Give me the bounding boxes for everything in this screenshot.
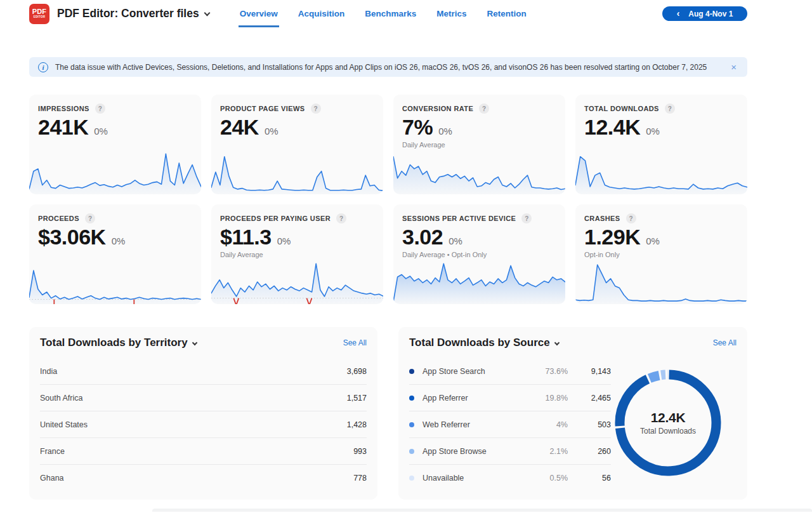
sparkline-chart: [393, 257, 565, 304]
tab-retention[interactable]: Retention: [487, 0, 527, 27]
metric-delta: 0%: [646, 236, 660, 246]
help-icon[interactable]: ?: [311, 103, 321, 114]
bottom-panels: Total Downloads by Territory See All Ind…: [29, 327, 747, 500]
territory-value: 993: [353, 447, 367, 456]
metric-delta: 0%: [94, 126, 108, 137]
legend-dot: [409, 476, 414, 481]
date-range-picker[interactable]: ‹ Aug 4-Nov 1: [662, 6, 747, 21]
metric-label: TOTAL DOWNLOADS: [584, 105, 659, 112]
legend-dot: [409, 449, 414, 454]
app-title-dropdown[interactable]: PDF Editor: Converter files: [57, 7, 209, 20]
metric-value: 12.4K: [584, 115, 640, 140]
sparkline-chart: [575, 147, 747, 194]
card-total-downloads[interactable]: TOTAL DOWNLOADS? 12.4K0%: [575, 95, 747, 194]
top-header: PDF EDITOR PDF Editor: Converter files O…: [0, 0, 812, 27]
source-percent: 0.5%: [531, 474, 568, 483]
date-range-label: Aug 4-Nov 1: [688, 10, 733, 18]
territory-value: 3,698: [347, 367, 367, 376]
metric-label: CONVERSION RATE: [402, 105, 473, 112]
source-percent: 2.1%: [531, 447, 568, 456]
chevron-down-icon: [192, 340, 197, 345]
sparkline-chart: [29, 147, 201, 194]
sparkline-chart: [393, 147, 565, 194]
territory-panel-title-dropdown[interactable]: Total Downloads by Territory: [40, 336, 197, 349]
tab-acquisition[interactable]: Acquisition: [298, 0, 345, 27]
tab-benchmarks[interactable]: Benchmarks: [365, 0, 416, 27]
help-icon[interactable]: ?: [85, 213, 95, 223]
metric-value: 241K: [38, 115, 88, 140]
legend-dot: [409, 396, 414, 401]
territory-value: 1,428: [347, 420, 367, 429]
source-rows: App Store Search73.6%9,143 App Referrer1…: [409, 358, 611, 491]
metric-delta: 0%: [438, 126, 452, 137]
source-percent: 73.6%: [531, 367, 568, 376]
territory-name: India: [40, 367, 57, 376]
tab-overview[interactable]: Overview: [240, 0, 278, 27]
metric-label: PROCEEDS PER PAYING USER: [220, 215, 331, 222]
territory-name: Ghana: [40, 474, 64, 483]
card-crashes[interactable]: CRASHES? 1.29K0% Opt-in Only: [575, 204, 747, 304]
panel-title: Total Downloads by Territory: [40, 336, 188, 349]
panel-title: Total Downloads by Source: [409, 336, 550, 349]
source-panel-title-dropdown[interactable]: Total Downloads by Source: [409, 336, 559, 349]
see-all-link[interactable]: See All: [343, 338, 367, 347]
source-name: App Referrer: [422, 394, 468, 403]
source-name: Unavailable: [422, 474, 464, 483]
chevron-left-icon[interactable]: ‹: [677, 8, 680, 18]
source-value: 503: [568, 420, 611, 429]
metric-delta: 0%: [112, 236, 126, 246]
card-impressions[interactable]: IMPRESSIONS? 241K0%: [29, 95, 201, 194]
table-row: App Store Browse2.1%260: [409, 438, 611, 465]
table-row: India3,698: [40, 358, 367, 385]
metric-value: 7%: [402, 115, 433, 140]
table-row: Ghana778: [40, 465, 367, 491]
table-row: Web Referrer4%503: [409, 411, 611, 438]
table-row: South Africa1,517: [40, 385, 367, 411]
table-row: United States1,428: [40, 411, 367, 438]
help-icon[interactable]: ?: [95, 103, 105, 114]
sparkline-chart: [211, 147, 383, 194]
help-icon[interactable]: ?: [665, 103, 675, 114]
app-title: PDF Editor: Converter files: [57, 7, 199, 20]
sparkline-chart: [211, 257, 383, 304]
tab-metrics[interactable]: Metrics: [436, 0, 466, 27]
card-conversion-rate[interactable]: CONVERSION RATE? 7%0% Daily Average: [393, 95, 565, 194]
source-value: 260: [568, 447, 611, 456]
legend-dot: [409, 422, 414, 427]
card-proceeds-per-paying-user[interactable]: PROCEEDS PER PAYING USER? $11.30% Daily …: [211, 204, 383, 304]
source-value: 9,143: [568, 367, 611, 376]
card-sessions-per-active-device[interactable]: SESSIONS PER ACTIVE DEVICE? 3.020% Daily…: [393, 204, 565, 304]
source-value: 56: [568, 474, 611, 483]
table-row: Unavailable0.5%56: [409, 465, 611, 491]
metric-label: PROCEEDS: [38, 215, 79, 222]
territory-name: United States: [40, 420, 88, 429]
source-percent: 4%: [531, 420, 568, 429]
sparkline-chart: [575, 257, 747, 304]
territory-value: 1,517: [347, 394, 367, 403]
app-icon-subtext: EDITOR: [34, 16, 46, 19]
table-row: France993: [40, 438, 367, 465]
source-percent: 19.8%: [531, 394, 568, 403]
help-icon[interactable]: ?: [479, 103, 489, 114]
chevron-down-icon: [204, 10, 210, 17]
help-icon[interactable]: ?: [336, 213, 346, 223]
card-proceeds[interactable]: PROCEEDS? $3.06K0%: [29, 204, 201, 304]
metric-cards-row-2: PROCEEDS? $3.06K0% PROCEEDS PER PAYING U…: [29, 204, 747, 304]
metric-cards-row-1: IMPRESSIONS? 241K0% PRODUCT PAGE VIEWS? …: [29, 95, 747, 194]
metric-delta: 0%: [646, 126, 660, 137]
card-product-page-views[interactable]: PRODUCT PAGE VIEWS? 24K0%: [211, 95, 383, 194]
help-icon[interactable]: ?: [626, 213, 636, 223]
source-name: App Store Search: [422, 367, 485, 376]
legend-dot: [409, 369, 414, 374]
info-icon: i: [38, 62, 48, 72]
metric-delta: 0%: [449, 236, 462, 246]
source-value: 2,465: [568, 394, 611, 403]
close-icon[interactable]: ×: [729, 62, 738, 72]
downloads-donut-chart: 12.4K Total Downloads: [611, 366, 725, 480]
see-all-link[interactable]: See All: [713, 338, 737, 347]
help-icon[interactable]: ?: [521, 213, 532, 223]
sparkline-chart: [29, 257, 201, 304]
chevron-down-icon: [554, 340, 559, 345]
banner-text: The data issue with Active Devices, Sess…: [55, 63, 707, 72]
metric-value: $11.3: [220, 225, 272, 250]
